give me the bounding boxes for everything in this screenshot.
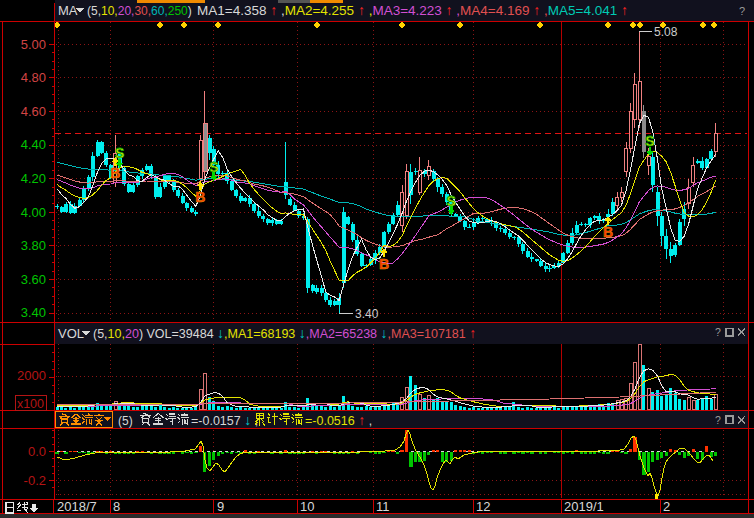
svg-text:8: 8 — [113, 499, 120, 514]
svg-text:4.00: 4.00 — [21, 205, 46, 220]
svg-text:B: B — [603, 224, 613, 240]
svg-text:4.80: 4.80 — [21, 70, 46, 85]
svg-text:3.40: 3.40 — [21, 305, 46, 320]
svg-text:=-0.0157 ↓ ,: =-0.0157 ↓ , — [191, 412, 258, 428]
svg-text:5.00: 5.00 — [21, 37, 46, 52]
svg-text:0.0: 0.0 — [28, 444, 46, 459]
svg-text:3.80: 3.80 — [21, 238, 46, 253]
svg-text:x100: x100 — [17, 397, 44, 411]
svg-text:3.60: 3.60 — [21, 272, 46, 287]
svg-text:4.40: 4.40 — [21, 137, 46, 152]
svg-text:=-0.0516 ↑ ,: =-0.0516 ↑ , — [305, 412, 372, 428]
svg-text:2019/1: 2019/1 — [564, 499, 604, 514]
svg-text:2018/7: 2018/7 — [57, 499, 97, 514]
svg-text:(5,10,20) VOL=39484 ↓,MA1=681: (5,10,20) VOL=39484 ↓,MA1=68193 ↓,MA2=65… — [93, 325, 476, 341]
svg-text:?: ? — [715, 326, 721, 338]
svg-text:B: B — [379, 256, 389, 272]
svg-text:?: ? — [739, 5, 745, 17]
svg-text:9: 9 — [217, 499, 224, 514]
svg-text:MA1=4.358 ↑ ,MA2=4.255 ↑ ,MA3=: MA1=4.358 ↑ ,MA2=4.255 ↑ ,MA3=4.223 ↑ ,M… — [197, 2, 628, 18]
svg-text:11: 11 — [376, 499, 390, 514]
svg-text:5.08: 5.08 — [654, 25, 678, 39]
svg-text:10: 10 — [300, 499, 314, 514]
svg-text:2: 2 — [663, 499, 670, 514]
svg-text:-0.2: -0.2 — [24, 473, 46, 488]
svg-text:VOL: VOL — [58, 326, 84, 341]
svg-text:S: S — [115, 145, 124, 161]
svg-text:4.60: 4.60 — [21, 104, 46, 119]
svg-text:2000: 2000 — [17, 368, 46, 383]
svg-text:?: ? — [715, 414, 721, 426]
svg-text:12: 12 — [476, 499, 490, 514]
svg-text:(5): (5) — [118, 414, 133, 428]
svg-text:3.40: 3.40 — [355, 307, 379, 321]
svg-text:B: B — [110, 165, 120, 181]
svg-text:B: B — [195, 189, 205, 205]
svg-text:MA: MA — [58, 3, 78, 18]
svg-text:S: S — [645, 133, 654, 149]
svg-text:(5,10,20,30,60,250): (5,10,20,30,60,250) — [87, 4, 192, 18]
svg-text:4.20: 4.20 — [21, 171, 46, 186]
